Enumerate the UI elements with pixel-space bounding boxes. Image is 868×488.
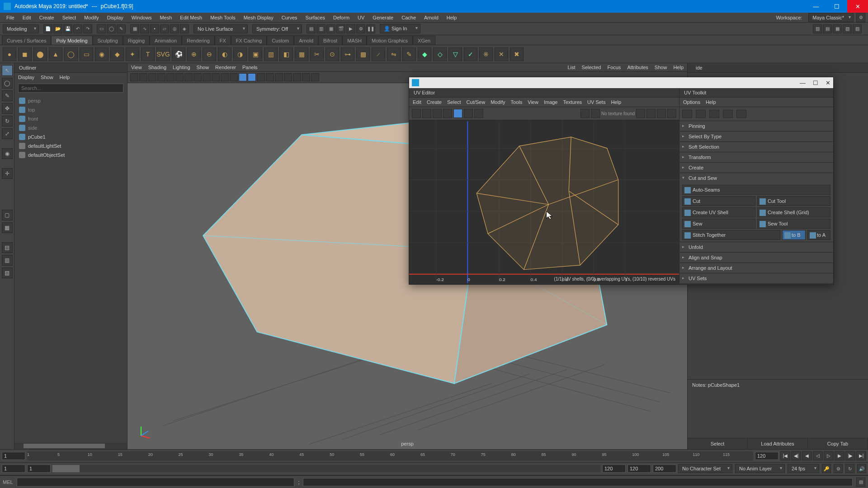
uv-menu-image[interactable]: Image xyxy=(544,99,558,105)
uv-tool-icon[interactable] xyxy=(474,109,483,118)
range-end-field[interactable] xyxy=(602,465,626,473)
anim-layer-dropdown[interactable]: No Anim Layer xyxy=(735,464,785,473)
shelf-tool-a[interactable]: ※ xyxy=(479,47,493,61)
shelf-cube-icon[interactable]: ◼ xyxy=(18,47,32,61)
menu-arnold[interactable]: Arnold xyxy=(420,14,442,22)
outliner-item-defaultlightset[interactable]: defaultLightSet xyxy=(17,141,124,150)
menu-create[interactable]: Create xyxy=(36,14,58,22)
uv-autoseams-button[interactable]: Auto-Seams xyxy=(682,185,830,195)
autokey-icon[interactable]: 🔑 xyxy=(822,464,831,473)
menu-mesh-display[interactable]: Mesh Display xyxy=(240,14,277,22)
uv-menu-select[interactable]: Select xyxy=(447,99,461,105)
vp-menu-renderer[interactable]: Renderer xyxy=(215,65,236,70)
attr-load-button[interactable]: Load Attributes xyxy=(748,438,808,449)
layout-b[interactable]: ▥ xyxy=(2,255,13,266)
shelf-tab-rigging[interactable]: Rigging xyxy=(123,36,150,45)
outliner-menu-show[interactable]: Show xyxy=(41,75,53,80)
uv-stitch-button[interactable]: Stitch Together xyxy=(682,230,780,240)
workspace-dropdown[interactable]: Maya Classic* xyxy=(808,13,854,22)
outliner-menu-help[interactable]: Help xyxy=(60,75,70,80)
lasso-tool[interactable]: ◯ xyxy=(2,78,13,89)
uv-sec-selbytype[interactable]: Select By Type xyxy=(679,131,833,141)
lasso-icon[interactable]: ◯ xyxy=(107,24,116,33)
vp-icon[interactable] xyxy=(193,73,202,81)
shelf-bridge-icon[interactable]: ▥ xyxy=(264,47,278,61)
uv-tool-icon[interactable] xyxy=(433,109,442,118)
uv-toolkit-menu-help[interactable]: Help xyxy=(706,99,716,105)
script-editor-icon[interactable]: ▤ xyxy=(856,478,865,487)
uv-tool-icon[interactable] xyxy=(580,109,590,118)
panel-toggle-4[interactable]: ▧ xyxy=(843,24,852,33)
layout-single[interactable]: ▢ xyxy=(2,210,13,221)
shelf-cone-icon[interactable]: ▲ xyxy=(49,47,62,61)
range-start-field[interactable] xyxy=(2,465,25,473)
uv-tool-icon[interactable] xyxy=(591,109,600,118)
shelf-connect-icon[interactable]: ⊶ xyxy=(341,47,354,61)
shelf-smooth-icon[interactable]: ◐ xyxy=(218,47,231,61)
select-mode-icon[interactable]: ▭ xyxy=(97,24,106,33)
ipr-icon[interactable]: ▶ xyxy=(346,24,355,33)
vp-icon[interactable] xyxy=(157,73,165,81)
fps-dropdown[interactable]: 24 fps xyxy=(788,464,819,473)
vp-icon[interactable] xyxy=(139,73,147,81)
vp-icon[interactable] xyxy=(175,73,184,81)
window-close-button[interactable]: ✕ xyxy=(847,0,868,13)
menu-surfaces[interactable]: Surfaces xyxy=(302,14,329,22)
outliner-item-pcube1[interactable]: pCube1 xyxy=(17,132,124,141)
hist-icon-1[interactable]: ▤ xyxy=(307,24,316,33)
scale-tool[interactable]: ⤢ xyxy=(2,128,13,139)
uv-sew-button[interactable]: Sew xyxy=(682,219,755,229)
vp-icon[interactable] xyxy=(284,73,292,81)
snap-plane-icon[interactable]: ▱ xyxy=(160,24,169,33)
shelf-extrude-icon[interactable]: ▣ xyxy=(249,47,262,61)
window-maximize-button[interactable]: ☐ xyxy=(826,0,847,13)
symmetry-dropdown[interactable]: Symmetry: Off xyxy=(252,24,302,33)
shelf-tab-xgen[interactable]: XGen xyxy=(413,36,435,45)
goto-start-icon[interactable]: |◀ xyxy=(780,451,790,460)
uv-btoa-button[interactable]: B to A xyxy=(807,230,830,240)
uv-menu-edit[interactable]: Edit xyxy=(413,99,421,105)
uv-tool-icon[interactable] xyxy=(443,109,452,118)
menu-curves[interactable]: Curves xyxy=(278,14,301,22)
outliner-search-input[interactable] xyxy=(18,84,123,93)
vp-icon[interactable] xyxy=(184,73,193,81)
shelf-boolean-icon[interactable]: ◑ xyxy=(233,47,247,61)
attr-menu-help[interactable]: Help xyxy=(673,65,684,70)
panel-toggle-5[interactable]: ▨ xyxy=(853,24,862,33)
attr-tab[interactable]: ide xyxy=(691,63,707,72)
menu-generate[interactable]: Generate xyxy=(369,14,397,22)
vp-icon[interactable] xyxy=(293,73,301,81)
shelf-retopo-icon[interactable]: ◇ xyxy=(433,47,447,61)
panel-toggle-3[interactable]: ▦ xyxy=(833,24,842,33)
open-scene-icon[interactable]: 📂 xyxy=(53,24,62,33)
shelf-quaddraw-icon[interactable]: ▩ xyxy=(356,47,370,61)
attr-menu-attributes[interactable]: Attributes xyxy=(627,65,648,70)
uv-sec-cutsew[interactable]: Cut and Sew xyxy=(679,173,833,183)
vp-icon[interactable] xyxy=(148,73,156,81)
menu-set-dropdown[interactable]: Modeling xyxy=(3,24,39,33)
outliner-item-front[interactable]: front xyxy=(17,114,124,123)
uv-menu-create[interactable]: Create xyxy=(427,99,442,105)
menu-display[interactable]: Display xyxy=(104,14,127,22)
snap-curve-icon[interactable]: ∿ xyxy=(140,24,149,33)
view-axis-gizmo[interactable] xyxy=(137,422,155,440)
uv-cut-button[interactable]: Cut xyxy=(682,196,755,206)
shelf-tab-curves[interactable]: Curves / Surfaces xyxy=(2,36,51,45)
outliner-item-side[interactable]: side xyxy=(17,123,124,132)
outliner-menu-display[interactable]: Display xyxy=(18,75,34,80)
vp-icon[interactable] xyxy=(230,73,238,81)
shelf-tab-arnold[interactable]: Arnold xyxy=(294,36,318,45)
uv-menu-help[interactable]: Help xyxy=(611,99,621,105)
outliner-hscrollbar[interactable] xyxy=(14,443,127,449)
menu-windows[interactable]: Windows xyxy=(128,14,156,22)
shelf-soccerball-icon[interactable]: ⚽ xyxy=(172,47,185,61)
range-end3-field[interactable] xyxy=(653,465,676,473)
shelf-tab-fx[interactable]: FX xyxy=(215,36,231,45)
range-end2-field[interactable] xyxy=(627,465,651,473)
uv-menu-cutsew[interactable]: Cut/Sew xyxy=(467,99,486,105)
shelf-platonic-icon[interactable]: ◆ xyxy=(110,47,124,61)
vp-icon[interactable] xyxy=(130,73,138,81)
redo-icon[interactable]: ↷ xyxy=(83,24,92,33)
workspace-config-icon[interactable]: ⚙ xyxy=(856,13,865,22)
outliner-item-defaultobjectset[interactable]: defaultObjectSet xyxy=(17,150,124,160)
